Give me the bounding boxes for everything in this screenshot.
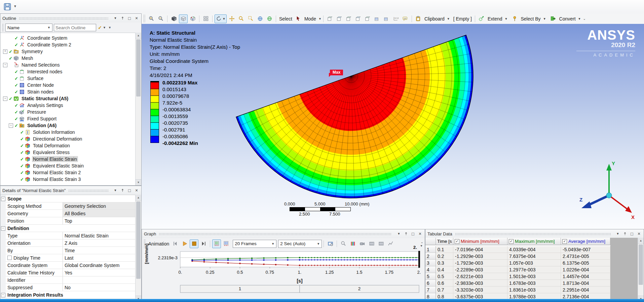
cell-r2-c0[interactable]: 2: [425, 253, 436, 260]
cell-r4-c4[interactable]: 1.0226e-004: [561, 266, 610, 273]
export-video-icon[interactable]: [326, 239, 335, 248]
details-value[interactable]: Global Coordinate System: [63, 262, 136, 269]
cell-r5-c1[interactable]: 0.5: [436, 273, 453, 280]
cell-r3-c0[interactable]: 3: [425, 260, 436, 266]
result-sets-icon[interactable]: [348, 239, 357, 248]
close-icon[interactable]: ×: [417, 231, 423, 236]
collapse-icon[interactable]: −: [1, 293, 5, 297]
collapse-icon[interactable]: −: [3, 97, 7, 101]
scroll-thumb[interactable]: [639, 244, 643, 285]
column-checkbox[interactable]: ✓: [455, 239, 459, 244]
details-value[interactable]: Time: [63, 247, 136, 254]
cell-r1-c1[interactable]: 0.1: [436, 246, 453, 253]
maximize-icon[interactable]: □: [629, 231, 635, 236]
tree-item-equivalent-elastic-strain[interactable]: ✓Equivalent Elastic Strain: [0, 162, 136, 169]
cell-r5-c3[interactable]: 1.5013e-003: [507, 273, 561, 280]
animation-play-icon[interactable]: [180, 239, 189, 248]
scroll-thumb[interactable]: [136, 201, 141, 279]
filter-check-icon[interactable]: ✓▼: [97, 23, 107, 32]
cell-r2-c2[interactable]: -1.2929e-003: [453, 253, 507, 260]
shaded-exterior-edges-icon[interactable]: [169, 14, 178, 23]
cell-r6-c2[interactable]: -2.9833e-003: [453, 280, 507, 287]
cell-r3-c2[interactable]: -1.7923e-003: [453, 260, 507, 266]
scroll-thumb[interactable]: [136, 39, 141, 97]
zoom-in-icon[interactable]: [147, 14, 156, 23]
toolbar-grip[interactable]: [143, 14, 145, 23]
convert-icon[interactable]: [549, 14, 558, 23]
tree-item-normal-elastic-strain[interactable]: ✓Normal Elastic Strain: [0, 156, 136, 162]
panel-menu-icon[interactable]: ▼: [113, 188, 118, 193]
tree-item-analysis-settings[interactable]: ✓Analysis Settings: [0, 102, 136, 109]
column-header-time-s[interactable]: Time [s]: [436, 238, 453, 245]
close-icon[interactable]: ×: [134, 188, 139, 193]
tree-item-strain-nodes[interactable]: ✓Strain nodes: [0, 88, 136, 95]
pin-icon[interactable]: [622, 231, 628, 236]
details-value[interactable]: Top: [63, 217, 136, 225]
tree-item-solution-information[interactable]: ✓Solution Information: [0, 129, 136, 136]
zoom-to-fit-icon[interactable]: [256, 14, 264, 23]
cell-r2-c3[interactable]: 7.6375e-004: [507, 253, 561, 260]
cell-r6-c1[interactable]: 0.6: [436, 280, 453, 287]
details-value[interactable]: Last: [63, 254, 136, 262]
tree-item-static-structural-a5[interactable]: −✓Static Structural (A5): [0, 95, 136, 102]
close-icon[interactable]: ×: [636, 231, 642, 236]
distributed-frames-icon[interactable]: [212, 239, 221, 248]
extend-label[interactable]: Extend: [488, 16, 502, 22]
orientation-triad[interactable]: Y Z X: [579, 158, 639, 222]
zoom-graph-icon[interactable]: [339, 239, 348, 248]
zoom-tool-icon[interactable]: [237, 14, 245, 23]
column-header-maximum-mm-mm[interactable]: ✓Maximum [mm/mm]: [507, 238, 561, 245]
panel-menu-icon[interactable]: ▼: [615, 231, 620, 236]
panel-menu-icon[interactable]: ▼: [113, 15, 118, 21]
pin-icon[interactable]: [120, 15, 125, 21]
cell-r1-c0[interactable]: 1: [425, 246, 436, 253]
cell-r2-c4[interactable]: 2.4731e-005: [561, 253, 610, 260]
close-icon[interactable]: ×: [134, 15, 139, 21]
select-by-icon[interactable]: [510, 14, 519, 23]
cell-r6-c0[interactable]: 6: [425, 280, 436, 287]
mesh-element-select-icon[interactable]: [382, 14, 391, 23]
details-value[interactable]: All Bodies: [63, 210, 136, 217]
tree-item-symmetry[interactable]: +✓Symmetry: [0, 48, 136, 55]
column-checkbox[interactable]: ✓: [509, 239, 514, 244]
cell-r7-c3[interactable]: 1.8361e-003: [507, 287, 561, 293]
quickbar-dropdown-icon[interactable]: ▼: [13, 4, 17, 8]
collapse-icon[interactable]: −: [9, 123, 13, 128]
frames-select[interactable]: 20 Frames▼: [233, 240, 276, 248]
tree-item-directional-deformation[interactable]: ✓Directional Deformation: [0, 136, 136, 142]
cell-r7-c1[interactable]: 0.7: [436, 287, 453, 293]
model-canvas[interactable]: A: Static StructuralNormal Elastic Strai…: [142, 24, 644, 229]
coordinates-icon[interactable]: X,Y,Z: [391, 14, 400, 23]
details-value[interactable]: [63, 276, 136, 284]
cell-r4-c0[interactable]: 4: [425, 266, 436, 273]
details-group-scope[interactable]: −Scope: [0, 195, 136, 202]
maximize-icon[interactable]: □: [127, 188, 132, 193]
toolbar-grip[interactable]: [144, 239, 146, 248]
expand-icon[interactable]: +: [3, 49, 7, 54]
result-set-frames-icon[interactable]: [222, 239, 230, 248]
scroll-up-icon[interactable]: ▲: [638, 238, 644, 244]
section-plane-icon[interactable]: [188, 14, 197, 23]
save-icon[interactable]: [3, 2, 12, 11]
cell-r7-c4[interactable]: 2.2951e-004: [561, 287, 610, 293]
details-value[interactable]: Normal Elastic Strain: [63, 232, 136, 239]
cell-r1-c2[interactable]: -7.0196e-004: [453, 246, 507, 253]
details-scrollbar[interactable]: ▲ ▼: [135, 195, 141, 302]
animation-first-frame-icon[interactable]: [171, 239, 180, 248]
cell-r4-c3[interactable]: 1.2977e-003: [507, 266, 561, 273]
tabular-scrollbar[interactable]: ▲ ▼: [638, 238, 644, 302]
filmstrip-2-icon[interactable]: [377, 239, 385, 248]
tree-item-coordinate-system-2[interactable]: ✓Coordinate System 2: [0, 41, 136, 48]
previous-view-icon[interactable]: [265, 14, 274, 23]
scroll-up-icon[interactable]: ▲: [136, 195, 141, 201]
filter-more-icon[interactable]: ▼: [108, 26, 111, 29]
column-header-minimum-mm-mm[interactable]: ✓Minimum [mm/mm]: [453, 238, 507, 245]
cell-r4-c2[interactable]: -2.2289e-003: [453, 266, 507, 273]
details-group-integration-point-results[interactable]: −Integration Point Results: [0, 291, 136, 299]
toolbar-overflow-icon[interactable]: ⌄: [583, 17, 586, 21]
column-header-average-mm-mm[interactable]: ✓Average [mm/mm]: [561, 238, 610, 245]
mesh-node-select-icon[interactable]: [373, 14, 381, 23]
pan-tool-icon[interactable]: [227, 14, 236, 23]
animation-overflow-icon[interactable]: ⌄▾: [421, 240, 423, 248]
zoom-out-icon[interactable]: [156, 14, 165, 23]
